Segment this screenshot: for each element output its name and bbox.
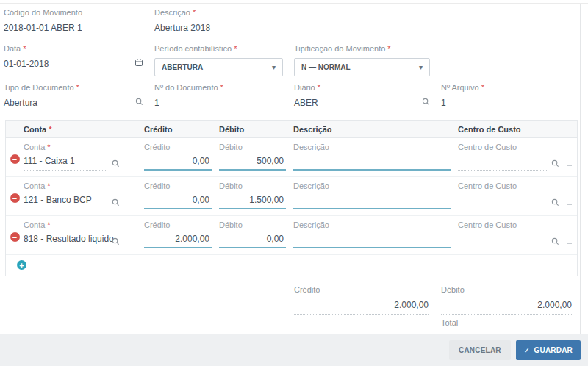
header-credito: Crédito: [144, 125, 219, 134]
field-periodo: Período contabilístico* ABERTURA ▾: [154, 44, 283, 76]
centro-custo-input[interactable]: [458, 156, 547, 171]
credito-input[interactable]: 0,00: [144, 156, 212, 171]
descricao-line-input[interactable]: [293, 234, 451, 248]
debito-cell: Débito 0,00: [219, 220, 293, 248]
tipo-documento-input[interactable]: Abertura: [4, 97, 143, 112]
plus-circle-icon: +: [19, 261, 24, 270]
codigo-movimento-value: 2018-01-01 ABER 1: [4, 22, 143, 37]
total-credito-label: Crédito: [294, 285, 429, 294]
descricao-cell: Descrição: [293, 220, 458, 248]
total-credito-value: 2.000,00: [294, 300, 429, 315]
movement-form-page: Código do Movimento 2018-01-01 ABER 1 De…: [0, 0, 588, 366]
data-input[interactable]: 01-01-2018: [4, 58, 143, 73]
row-remove-cell: −: [6, 182, 24, 209]
check-icon: ✓: [524, 347, 530, 354]
periodo-select[interactable]: ABERTURA ▾: [154, 58, 283, 76]
search-icon[interactable]: [551, 157, 559, 171]
field-tipo-documento: Tipo de Documento* Abertura: [4, 83, 143, 112]
required-mark: *: [481, 83, 484, 92]
header-conta: Conta*: [24, 125, 144, 134]
required-mark: *: [387, 44, 390, 53]
search-icon[interactable]: [112, 235, 120, 248]
minus-circle-icon: −: [12, 194, 17, 203]
credito-cell: Crédito 0,00: [144, 182, 219, 209]
codigo-movimento-label: Código do Movimento: [4, 8, 143, 17]
search-icon[interactable]: [112, 196, 120, 209]
footer-bar: CANCELAR ✓ GUARDAR: [0, 334, 588, 366]
required-mark: *: [47, 220, 50, 229]
credito-cell: Crédito 2.000,00: [144, 220, 219, 248]
conta-input[interactable]: 818 - Resultado liquido: [24, 234, 107, 248]
movement-lines-table: Conta* Crédito Débito Descrição Centro d…: [5, 120, 578, 276]
header-debito: Débito: [219, 125, 293, 134]
centro-custo-input[interactable]: [458, 234, 547, 248]
required-mark: *: [23, 44, 26, 53]
num-arquivo-input[interactable]: 1: [441, 97, 572, 112]
conta-input[interactable]: 121 - Banco BCP: [24, 195, 107, 209]
centro-custo-cell: Centro de Custo: [458, 143, 577, 171]
tipificacao-label: Tipificação do Movimento*: [294, 44, 430, 53]
search-icon[interactable]: [112, 157, 120, 171]
field-diario: Diário* ABER: [294, 83, 430, 112]
num-arquivo-label: Nº Arquivo*: [441, 83, 572, 92]
caret-dash-icon: [567, 204, 572, 205]
total-debito-value: 2.000,00: [441, 300, 572, 315]
table-header-row: Conta* Crédito Débito Descrição Centro d…: [6, 121, 577, 138]
required-mark: *: [49, 125, 51, 134]
periodo-label: Período contabilístico*: [154, 44, 283, 53]
field-codigo-movimento: Código do Movimento 2018-01-01 ABER 1: [4, 8, 143, 37]
diario-input[interactable]: ABER: [294, 97, 430, 112]
debito-input[interactable]: 500,00: [219, 156, 286, 171]
spacer: [441, 44, 572, 83]
total-credito: Crédito 2.000,00: [294, 285, 429, 315]
calendar-icon[interactable]: [135, 58, 143, 69]
debito-input[interactable]: 1.500,00: [219, 195, 286, 209]
top-divider: [0, 3, 588, 4]
search-icon[interactable]: [135, 98, 143, 108]
debito-cell: Débito 1.500,00: [219, 182, 293, 209]
descricao-cell: Descrição: [293, 143, 458, 171]
field-num-arquivo: Nº Arquivo* 1: [441, 83, 572, 112]
debito-input[interactable]: 0,00: [219, 234, 286, 248]
save-button[interactable]: ✓ GUARDAR: [516, 340, 581, 360]
field-descricao: Descrição* Abertura 2018: [154, 8, 572, 37]
required-mark: *: [220, 83, 223, 92]
credito-input[interactable]: 0,00: [144, 195, 212, 209]
remove-row-button[interactable]: −: [10, 232, 20, 242]
centro-custo-input[interactable]: [458, 195, 547, 209]
chevron-down-icon: ▾: [419, 63, 423, 71]
search-icon[interactable]: [551, 196, 559, 209]
table-row: − Conta* 111 - Caixa 1 Crédito 0,00 Débi…: [6, 138, 577, 177]
credito-input[interactable]: 2.000,00: [144, 234, 212, 248]
descricao-input[interactable]: Abertura 2018: [154, 22, 572, 37]
remove-row-button[interactable]: −: [10, 193, 20, 203]
chevron-down-icon: ▾: [272, 63, 276, 71]
total-label: Total: [441, 318, 572, 327]
row-remove-cell: −: [6, 143, 24, 171]
descricao-line-input[interactable]: [293, 156, 451, 171]
header-fields: Código do Movimento 2018-01-01 ABER 1 De…: [0, 0, 588, 119]
descricao-line-input[interactable]: [293, 195, 451, 209]
cancel-button[interactable]: CANCELAR: [449, 340, 511, 360]
required-mark: *: [193, 8, 196, 17]
table-row: − Conta* 121 - Banco BCP Crédito 0,00 Dé…: [6, 177, 577, 216]
tipificacao-select[interactable]: N — NORMAL ▾: [294, 58, 430, 76]
conta-input[interactable]: 111 - Caixa 1: [24, 156, 107, 171]
add-line-row: +: [6, 255, 577, 276]
add-row-button[interactable]: +: [17, 260, 26, 270]
panel-right-border: [580, 4, 581, 334]
conta-cell: Conta* 818 - Resultado liquido: [24, 220, 144, 248]
conta-cell: Conta* 121 - Banco BCP: [24, 182, 144, 209]
search-icon[interactable]: [551, 235, 559, 248]
required-mark: *: [47, 143, 50, 151]
field-tipificacao: Tipificação do Movimento* N — NORMAL ▾: [294, 44, 430, 76]
num-documento-input[interactable]: 1: [154, 97, 283, 112]
field-num-documento: Nº do Documento* 1: [154, 83, 283, 112]
row-remove-cell: −: [6, 220, 24, 248]
conta-cell-label: Conta*: [24, 182, 144, 190]
remove-row-button[interactable]: −: [10, 154, 20, 164]
search-icon[interactable]: [422, 98, 430, 108]
required-mark: *: [76, 83, 79, 92]
save-button-label: GUARDAR: [534, 346, 573, 354]
centro-custo-cell: Centro de Custo: [458, 182, 577, 209]
